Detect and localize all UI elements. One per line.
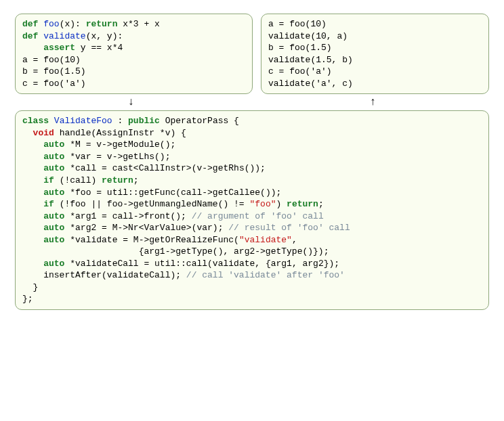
- right-l4: validate(1.5, b): [268, 55, 353, 65]
- kw-if-6: if: [43, 175, 54, 185]
- kw-void: void: [33, 128, 54, 138]
- kw-return-1: return: [86, 19, 118, 29]
- right-l6: validate('a', c): [268, 79, 353, 89]
- l8-paren: ): [276, 199, 287, 209]
- l4-rest: *var = v->getLhs();: [64, 152, 170, 162]
- arrow-down-icon: ↓: [15, 97, 247, 108]
- source-before-box: def foo(x): return x*3 + x def validate(…: [15, 14, 253, 94]
- right-l3: b = foo(1.5): [268, 43, 332, 53]
- class-name: ValidateFoo: [54, 116, 112, 126]
- l5-rest: *call = cast<CallInstr>(v->getRhs());: [64, 163, 265, 173]
- arrow-row: ↓ ↑: [15, 97, 489, 108]
- l15: }: [22, 282, 38, 292]
- str-foo: "foo": [249, 199, 276, 209]
- kw-auto-3: auto: [43, 139, 64, 150]
- l7-rest: *foo = util::getFunc(call->getCallee());: [64, 187, 281, 198]
- cm-14: // call 'validate' after 'foo': [186, 270, 345, 280]
- l13-rest: *validateCall = util::call(validate, {ar…: [64, 259, 339, 269]
- kw-if-8: if: [43, 199, 54, 209]
- kw-auto-5: auto: [43, 163, 64, 173]
- l1-rest: OperatorPass {: [160, 116, 239, 126]
- fn-validate: validate: [43, 31, 85, 41]
- sig-foo: (x):: [60, 19, 86, 29]
- kw-auto-11: auto: [43, 235, 64, 245]
- kw-def-2: def: [22, 31, 38, 41]
- cm-10: // result of 'foo' call: [228, 223, 350, 233]
- str-validate: "validate": [239, 235, 292, 245]
- sig-validate: (x, y):: [86, 31, 123, 41]
- left-l5: b = foo(1.5): [22, 66, 86, 76]
- kw-assert: assert: [43, 43, 75, 53]
- l3-rest: *M = v->getModule();: [64, 139, 175, 150]
- kw-public: public: [128, 116, 160, 126]
- kw-return-8: return: [287, 199, 318, 209]
- kw-auto-4: auto: [43, 152, 64, 162]
- left-l6: c = foo('a'): [22, 79, 86, 89]
- l8-mid: (!foo || foo->getUnmangledName() !=: [54, 199, 250, 209]
- kw-auto-7: auto: [43, 187, 64, 198]
- l11-rest: *validate = M->getOrRealizeFunc(: [64, 235, 238, 245]
- cm-9: // argument of 'foo' call: [192, 211, 324, 221]
- l6-mid: (!call): [54, 175, 102, 185]
- l11-tail: ,: [292, 235, 297, 245]
- expr-foo: x*3 + x: [117, 19, 159, 29]
- kw-class: class: [22, 116, 49, 126]
- right-l5: c = foo('a'): [268, 66, 332, 76]
- fn-foo: foo: [43, 19, 59, 29]
- kw-auto-10: auto: [43, 223, 64, 233]
- l8-semi: ;: [318, 199, 324, 209]
- kw-auto-9: auto: [43, 211, 64, 221]
- arrow-up-icon: ↑: [257, 97, 489, 108]
- l16: };: [22, 294, 33, 304]
- colon: :: [112, 116, 128, 126]
- kw-auto-13: auto: [43, 259, 64, 269]
- right-l1: a = foo(10): [268, 19, 327, 29]
- kw-return-6: return: [102, 175, 133, 185]
- l10-rest: *arg2 = M->Nr<VarValue>(var);: [64, 223, 228, 233]
- left-l4: a = foo(10): [22, 55, 81, 65]
- l9-rest: *arg1 = call->front();: [64, 211, 191, 221]
- source-after-box: a = foo(10) validate(10, a) b = foo(1.5)…: [261, 14, 489, 94]
- pass-code-box: class ValidateFoo : public OperatorPass …: [15, 110, 489, 310]
- l6-semi: ;: [133, 175, 139, 185]
- l12: {arg1->getType(), arg2->getType()});: [22, 246, 329, 257]
- top-row: def foo(x): return x*3 + x def validate(…: [15, 14, 489, 94]
- kw-def-1: def: [22, 19, 38, 29]
- l14-head: insertAfter(validateCall);: [22, 270, 186, 280]
- right-l2: validate(10, a): [268, 31, 348, 41]
- assert-expr: y == x*4: [75, 43, 123, 53]
- l2-rest: handle(AssignInstr *v) {: [54, 128, 186, 138]
